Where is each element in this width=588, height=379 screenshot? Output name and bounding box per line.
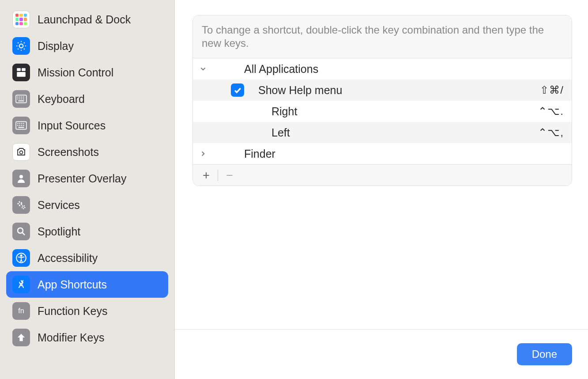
modifier-icon (12, 329, 30, 346)
brightness-icon (12, 37, 30, 55)
shortcut-row[interactable]: Show Help menu ⇧⌘/ (193, 80, 572, 101)
apps-icon (12, 276, 30, 293)
shortcut-label: Show Help menu (258, 84, 540, 97)
svg-rect-11 (17, 72, 26, 77)
svg-point-32 (20, 151, 23, 154)
svg-rect-18 (19, 99, 20, 99)
keyboard-icon (12, 117, 30, 134)
shortcut-checkbox[interactable] (231, 83, 244, 97)
sidebar-item-label: Screenshots (38, 146, 99, 159)
svg-rect-28 (19, 125, 20, 126)
table-toolbar (193, 164, 572, 186)
svg-point-37 (23, 207, 24, 208)
sidebar-item-label: Spotlight (38, 225, 80, 238)
svg-line-39 (23, 233, 25, 235)
group-label: All Applications (244, 63, 564, 76)
sidebar-item-screenshots[interactable]: Screenshots (6, 139, 168, 165)
svg-rect-19 (21, 99, 22, 99)
svg-point-0 (19, 44, 23, 48)
svg-point-38 (18, 228, 23, 233)
svg-rect-25 (21, 123, 22, 124)
sidebar: Launchpad & Dock Display Mission Control… (0, 0, 175, 379)
sidebar-item-label: Mission Control (38, 66, 113, 79)
svg-rect-23 (17, 123, 18, 124)
svg-rect-16 (23, 97, 24, 98)
sidebar-item-mission-control[interactable]: Mission Control (6, 59, 168, 86)
done-button[interactable]: Done (517, 343, 572, 365)
search-icon (12, 223, 30, 240)
svg-rect-17 (17, 99, 18, 99)
group-row-finder[interactable]: Finder (193, 143, 572, 164)
sidebar-item-label: Function Keys (38, 305, 107, 318)
shortcut-row[interactable]: Left ⌃⌥, (193, 122, 572, 143)
svg-rect-14 (19, 97, 20, 98)
sidebar-item-label: Modifier Keys (38, 331, 104, 344)
sidebar-item-label: Keyboard (38, 93, 85, 106)
mission-control-icon (12, 64, 30, 81)
svg-rect-30 (23, 125, 24, 126)
sidebar-item-presenter-overlay[interactable]: Presenter Overlay (6, 165, 168, 192)
svg-line-4 (24, 49, 25, 49)
sidebar-item-label: Presenter Overlay (38, 172, 126, 185)
person-icon (12, 170, 30, 187)
svg-line-3 (18, 42, 19, 43)
svg-point-41 (20, 255, 22, 256)
shortcuts-panel: To change a shortcut, double-click the k… (192, 15, 572, 186)
sidebar-item-accessibility[interactable]: Accessibility (6, 245, 168, 271)
group-row-all-applications[interactable]: All Applications (193, 58, 572, 80)
svg-line-8 (24, 42, 25, 43)
svg-point-33 (19, 175, 23, 178)
shortcut-keys[interactable]: ⌃⌥, (538, 126, 564, 139)
svg-point-35 (19, 203, 21, 205)
sidebar-item-launchpad-dock[interactable]: Launchpad & Dock (6, 6, 168, 33)
sidebar-item-keyboard[interactable]: Keyboard (6, 86, 168, 112)
shortcut-label: Left (271, 126, 538, 139)
add-button[interactable] (198, 167, 214, 183)
svg-rect-20 (23, 99, 24, 99)
shortcut-keys[interactable]: ⇧⌘/ (540, 84, 564, 96)
remove-button[interactable] (222, 167, 237, 183)
sidebar-item-label: Display (38, 40, 74, 53)
sidebar-item-display[interactable]: Display (6, 33, 168, 59)
main-content: To change a shortcut, double-click the k… (175, 0, 588, 379)
group-label: Finder (244, 148, 564, 160)
disclosure-triangle-collapsed[interactable] (196, 150, 210, 158)
footer: Done (175, 329, 588, 379)
sidebar-item-label: Input Sources (38, 119, 106, 132)
svg-rect-24 (19, 123, 20, 124)
svg-rect-26 (23, 123, 24, 124)
svg-line-7 (18, 49, 19, 49)
shortcut-row[interactable]: Right ⌃⌥. (193, 101, 572, 122)
sidebar-item-services[interactable]: Services (6, 192, 168, 218)
sidebar-item-modifier-keys[interactable]: Modifier Keys (6, 324, 168, 351)
accessibility-icon (12, 249, 30, 267)
camera-icon (12, 143, 30, 161)
sidebar-item-label: Services (38, 199, 80, 212)
sidebar-item-label: Launchpad & Dock (38, 13, 131, 26)
svg-rect-15 (21, 97, 22, 98)
shortcut-keys[interactable]: ⌃⌥. (538, 105, 564, 117)
sidebar-item-label: Accessibility (38, 252, 98, 265)
disclosure-triangle-expanded[interactable] (196, 65, 210, 73)
svg-rect-9 (17, 68, 21, 71)
gears-icon (12, 196, 30, 214)
svg-rect-10 (22, 68, 26, 71)
svg-rect-29 (21, 125, 22, 126)
svg-rect-13 (17, 97, 18, 98)
toolbar-divider (218, 170, 218, 181)
svg-rect-27 (17, 125, 18, 126)
sidebar-item-function-keys[interactable]: fn Function Keys (6, 298, 168, 324)
sidebar-item-input-sources[interactable]: Input Sources (6, 112, 168, 139)
shortcuts-table: All Applications Show Help menu ⇧⌘/ Righ… (193, 58, 572, 164)
launchpad-icon (12, 11, 30, 28)
svg-rect-21 (19, 100, 24, 101)
svg-rect-31 (19, 127, 24, 128)
keyboard-icon (12, 90, 30, 108)
fn-icon: fn (12, 302, 30, 320)
shortcut-label: Right (271, 105, 538, 118)
instruction-text: To change a shortcut, double-click the k… (193, 15, 572, 58)
sidebar-item-label: App Shortcuts (38, 278, 107, 291)
sidebar-item-spotlight[interactable]: Spotlight (6, 218, 168, 245)
sidebar-item-app-shortcuts[interactable]: App Shortcuts (6, 271, 168, 298)
